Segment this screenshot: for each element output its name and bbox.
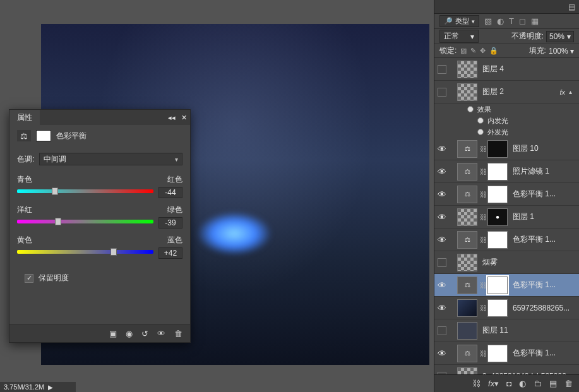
mask-add-icon[interactable]: ◘ (506, 379, 511, 388)
layer-name[interactable]: 色彩平衡 1... (509, 348, 579, 359)
layer-mask-thumb[interactable] (487, 140, 508, 158)
opacity-input[interactable]: 50% ▾ (546, 31, 574, 42)
status-arrow-icon[interactable]: ▶ (48, 384, 53, 391)
layer-name[interactable]: 色彩平衡 1... (509, 234, 579, 245)
layer-mask-thumb[interactable]: ● (487, 208, 508, 226)
layer-thumb[interactable] (457, 299, 477, 317)
fx-toggle-icon[interactable]: ▴ (569, 88, 579, 95)
layer-mask-thumb[interactable] (487, 276, 508, 294)
layer-name[interactable]: 图层 11 (479, 325, 579, 336)
magenta-green-slider[interactable] (17, 220, 153, 226)
layer-name[interactable]: 色彩平衡 1... (509, 189, 579, 199)
lock-trans-icon[interactable]: ▨ (460, 47, 467, 55)
visibility-toggle[interactable]: 👁 (434, 348, 450, 359)
layer-row[interactable]: 👁⚖⛓色彩平衡 1... (434, 229, 579, 251)
fx-icon[interactable]: fx▾ (488, 379, 499, 388)
filter-pixel-icon[interactable]: ▧ (484, 16, 492, 26)
layer-thumb[interactable] (457, 208, 477, 226)
layer-row[interactable]: 图层 11 (434, 319, 579, 342)
layer-row[interactable]: 图层 2fx▴ (434, 81, 579, 104)
layer-mask-thumb[interactable] (487, 231, 508, 249)
layer-row[interactable]: 👁⚖⛓色彩平衡 1... (434, 183, 579, 206)
lock-pixel-icon[interactable]: ✎ (470, 47, 476, 55)
visibility-toggle[interactable]: 👁 (434, 167, 450, 177)
layer-row[interactable]: 图层 4 (434, 58, 579, 81)
layer-name[interactable]: 图层 2 (479, 86, 559, 97)
yellow-blue-slider[interactable] (17, 250, 153, 256)
layer-mask-thumb[interactable] (487, 186, 508, 203)
blend-mode-select[interactable]: 正常 ▾ (439, 30, 479, 43)
magenta-green-value[interactable]: -39 (158, 217, 182, 229)
layer-name[interactable]: 图层 4 (479, 64, 579, 74)
layer-name[interactable]: 图层 1 (509, 211, 579, 222)
slider-thumb[interactable] (110, 248, 117, 256)
tone-select[interactable]: 中间调 ▾ (39, 153, 182, 165)
effect-item[interactable]: 内发光 (434, 115, 579, 126)
layer-thumb[interactable] (457, 83, 477, 101)
fill-input[interactable]: 100% ▾ (549, 47, 574, 56)
visibility-toggle[interactable] (434, 65, 450, 74)
layer-row[interactable]: 👁⛓659725888265... (434, 297, 579, 319)
layer-mask-thumb[interactable] (487, 299, 508, 317)
link-layers-icon[interactable]: ⛓ (472, 379, 481, 388)
visibility-toggle[interactable]: 👁 (434, 303, 450, 313)
effects-header[interactable]: 效果 (434, 104, 579, 115)
visibility-toggle[interactable]: 👁 (434, 189, 450, 199)
adjustment-add-icon[interactable]: ◐ (519, 379, 526, 388)
lock-position-icon[interactable]: ✥ (480, 47, 486, 55)
visibility-toggle[interactable] (434, 88, 450, 97)
visibility-toggle[interactable]: 👁 (434, 212, 450, 222)
visibility-toggle[interactable] (434, 326, 450, 335)
collapse-icon[interactable]: ◂◂ (168, 114, 176, 121)
cyan-red-slider[interactable] (17, 189, 153, 196)
visibility-icon[interactable]: 👁 (157, 329, 165, 338)
layer-mask-thumb[interactable] (487, 163, 508, 181)
layer-thumb[interactable] (457, 322, 477, 340)
reset-icon[interactable]: ↺ (141, 329, 148, 338)
group-icon[interactable]: 🗀 (534, 379, 542, 388)
filter-type-select[interactable]: 🔎 类型 ▾ (439, 15, 479, 27)
layer-thumb[interactable] (457, 61, 477, 78)
visibility-toggle[interactable]: 👁 (434, 235, 450, 245)
layer-list[interactable]: 图层 4图层 2fx▴效果内发光外发光👁⚖⛓图层 10👁⚖⛓照片滤镜 1👁⚖⛓色… (434, 58, 579, 374)
layer-name[interactable]: 659725888265... (509, 304, 579, 312)
layer-name[interactable]: 照片滤镜 1 (509, 166, 579, 177)
layer-row[interactable]: 烟雾 (434, 251, 579, 274)
new-layer-icon[interactable]: ▤ (549, 379, 557, 388)
layer-name[interactable]: 烟雾 (479, 257, 579, 268)
menu-icon[interactable]: ▤ (568, 3, 575, 11)
layer-row[interactable]: 👁⚖⛓色彩平衡 1... (434, 342, 579, 365)
close-icon[interactable]: ✕ (181, 114, 187, 121)
layer-row[interactable]: 👁⛓●图层 1 (434, 206, 579, 229)
layer-thumb[interactable] (457, 367, 477, 375)
visibility-toggle[interactable] (434, 258, 450, 267)
slider-thumb[interactable] (55, 218, 61, 225)
layer-mask-thumb[interactable] (487, 345, 508, 362)
cyan-red-value[interactable]: -44 (158, 187, 182, 198)
properties-tab[interactable]: 属性 (9, 110, 40, 126)
fx-badge[interactable]: fx (559, 88, 569, 96)
filter-shape-icon[interactable]: ◻ (519, 16, 526, 26)
clip-icon[interactable]: ▣ (109, 329, 117, 338)
delete-icon[interactable]: 🗑 (564, 379, 573, 388)
slider-thumb[interactable] (52, 187, 58, 195)
trash-icon[interactable]: 🗑 (174, 329, 182, 338)
layer-row[interactable]: 👁⚖⛓照片滤镜 1 (434, 160, 579, 183)
effect-item[interactable]: 外发光 (434, 126, 579, 138)
preserve-luminosity-checkbox[interactable]: ✓ (25, 274, 33, 283)
layer-row[interactable]: 👁⚖⛓图层 10 (434, 138, 579, 160)
filter-smart-icon[interactable]: ▦ (531, 16, 539, 26)
visibility-toggle[interactable]: 👁 (434, 144, 450, 154)
layer-row[interactable]: 9a482531840dcb535990... (434, 365, 579, 374)
view-previous-icon[interactable]: ◉ (126, 329, 133, 338)
filter-type-icon[interactable]: T (509, 16, 514, 26)
layer-thumb[interactable] (457, 254, 477, 271)
lock-all-icon[interactable]: 🔒 (489, 47, 498, 55)
layer-name[interactable]: 色彩平衡 1... (509, 280, 579, 290)
visibility-toggle[interactable]: 👁 (434, 280, 450, 290)
layer-name[interactable]: 图层 10 (509, 143, 579, 154)
mask-icon[interactable] (36, 130, 51, 141)
layer-row[interactable]: 👁⚖⛓色彩平衡 1... (434, 274, 579, 297)
yellow-blue-value[interactable]: +42 (158, 247, 182, 259)
filter-adjust-icon[interactable]: ◐ (497, 16, 504, 26)
